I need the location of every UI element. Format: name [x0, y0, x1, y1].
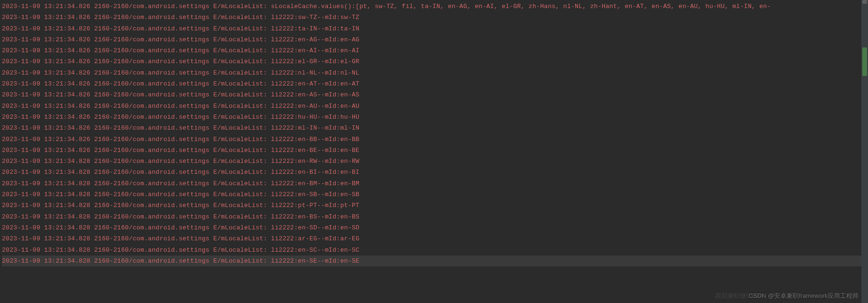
log-line[interactable]: 2023-11-09 13:21:34.826 2160-2160/com.an…	[2, 123, 866, 133]
log-line[interactable]: 2023-11-09 13:21:34.826 2160-2160/com.an…	[2, 1, 866, 12]
log-line[interactable]: 2023-11-09 13:21:34.826 2160-2160/com.an…	[2, 34, 866, 45]
scrollbar-thumb[interactable]	[862, 47, 867, 76]
log-line[interactable]: 2023-11-09 13:21:34.826 2160-2160/com.an…	[2, 145, 866, 156]
log-line[interactable]: 2023-11-09 13:21:34.826 2160-2160/com.an…	[2, 112, 866, 123]
log-line[interactable]: 2023-11-09 13:21:34.826 2160-2160/com.an…	[2, 56, 866, 67]
log-line[interactable]: 2023-11-09 13:21:34.828 2160-2160/com.an…	[2, 256, 866, 266]
log-line[interactable]: 2023-11-09 13:21:34.828 2160-2160/com.an…	[2, 233, 866, 244]
scrollbar-thumb-top[interactable]	[862, 0, 867, 4]
log-line[interactable]: 2023-11-09 13:21:34.828 2160-2160/com.an…	[2, 200, 866, 211]
log-line[interactable]: 2023-11-09 13:21:34.826 2160-2160/com.an…	[2, 12, 866, 23]
log-line[interactable]: 2023-11-09 13:21:34.826 2160-2160/com.an…	[2, 101, 866, 112]
log-line[interactable]: 2023-11-09 13:21:34.828 2160-2160/com.an…	[2, 245, 866, 256]
log-line[interactable]: 2023-11-09 13:21:34.828 2160-2160/com.an…	[2, 167, 866, 178]
log-line[interactable]: 2023-11-09 13:21:34.826 2160-2160/com.an…	[2, 45, 866, 56]
logcat-output[interactable]: 2023-11-09 13:21:34.826 2160-2160/com.an…	[0, 0, 868, 267]
log-line[interactable]: 2023-11-09 13:21:34.828 2160-2160/com.an…	[2, 178, 866, 189]
log-line[interactable]: 2023-11-09 13:21:34.828 2160-2160/com.an…	[2, 189, 866, 200]
log-line[interactable]: 2023-11-09 13:21:34.828 2160-2160/com.an…	[2, 211, 866, 222]
watermark: CSDN @安卓兼职framework应用工程师	[749, 292, 859, 300]
log-line[interactable]: 2023-11-09 13:21:34.826 2160-2160/com.an…	[2, 78, 866, 89]
log-line[interactable]: 2023-11-09 13:21:34.826 2160-2160/com.an…	[2, 89, 866, 100]
scrollbar-track[interactable]	[861, 0, 868, 303]
log-line[interactable]: 2023-11-09 13:21:34.826 2160-2160/com.an…	[2, 23, 866, 34]
log-line[interactable]: 2023-11-09 13:21:34.828 2160-2160/com.an…	[2, 222, 866, 233]
log-line[interactable]: 2023-11-09 13:21:34.826 2160-2160/com.an…	[2, 134, 866, 145]
log-line[interactable]: 2023-11-09 13:21:34.826 2160-2160/com.an…	[2, 67, 866, 78]
log-line[interactable]: 2023-11-09 13:21:34.828 2160-2160/com.an…	[2, 156, 866, 167]
